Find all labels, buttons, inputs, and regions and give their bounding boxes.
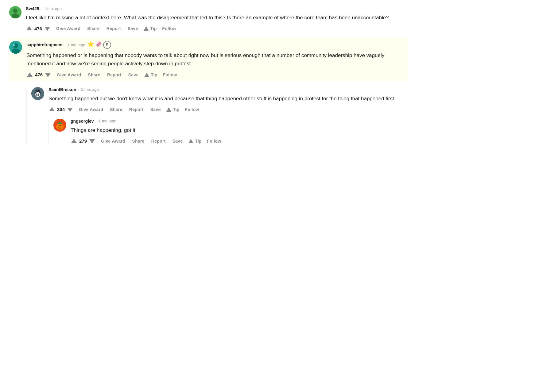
comment-actions: 476 Give Award Share Report Save Tip Fol…: [26, 72, 405, 78]
avatar: [53, 119, 66, 144]
comment-dot: ·: [78, 87, 79, 92]
comment-time: 1 mo. ago: [44, 6, 62, 11]
comment-author: SaiintBrisson: [48, 87, 76, 92]
upvote-arrow-icon: [27, 72, 33, 77]
give-award-button[interactable]: Give Award: [56, 72, 82, 78]
comment-sw429: Sw429 · 1 mo. ago I feel like I'm missin…: [9, 6, 408, 32]
upvote-button[interactable]: [26, 72, 33, 78]
comment-time: 1 mo. ago: [68, 43, 85, 47]
comment-dot: ·: [95, 119, 97, 123]
svg-point-1: [13, 9, 17, 13]
downvote-button[interactable]: [89, 138, 95, 144]
comment-badges: ⭐ 🦑 S: [87, 41, 111, 49]
downvote-button[interactable]: [44, 25, 51, 32]
save-button[interactable]: Save: [149, 106, 162, 113]
badge-3: S: [103, 41, 111, 49]
comment-saiint: SaiintBrisson · 1 mo. ago Something happ…: [31, 87, 408, 113]
tip-label: Tip: [150, 26, 157, 31]
follow-button[interactable]: Follow: [184, 106, 200, 113]
upvote-arrow-icon: [26, 26, 32, 30]
comment-header: gngeorgiev · 1 mo. ago: [71, 119, 408, 124]
follow-button[interactable]: Follow: [161, 72, 178, 78]
share-button[interactable]: Share: [109, 106, 123, 113]
comment-header: sapphirefragment · 1 mo. ago ⭐ 🦑 S: [26, 41, 405, 49]
comment-text: Things are happening, got it: [71, 126, 408, 134]
give-award-button[interactable]: Give Award: [55, 25, 82, 32]
badge-2: 🦑: [95, 41, 102, 49]
comment-text: Something happened but we don't know wha…: [48, 94, 408, 103]
comment-actions: 476 Give Award Share Report Save Tip Fol…: [26, 25, 408, 32]
tip-label: Tip: [151, 72, 157, 77]
comment-actions: 304 Give Award Share Report Save Tip Fol…: [48, 106, 408, 113]
svg-point-6: [13, 44, 15, 46]
comment-author: Sw429: [26, 6, 39, 11]
svg-point-10: [35, 92, 40, 97]
svg-point-2: [12, 13, 19, 18]
report-button[interactable]: Report: [150, 138, 167, 144]
comment-author: sapphirefragment: [26, 42, 63, 47]
comment-content: Sw429 · 1 mo. ago I feel like I'm missin…: [26, 6, 408, 32]
report-button[interactable]: Report: [128, 106, 145, 113]
give-award-button[interactable]: Give Award: [78, 106, 104, 113]
share-button[interactable]: Share: [131, 138, 145, 144]
avatar: [9, 6, 21, 18]
follow-button[interactable]: Follow: [161, 25, 177, 32]
avatar: [31, 87, 44, 113]
tip-button[interactable]: Tip: [166, 107, 180, 112]
report-button[interactable]: Report: [105, 25, 122, 32]
vote-count: 476: [34, 26, 42, 31]
share-button[interactable]: Share: [86, 25, 101, 32]
comment-actions: 279 Give Award Share Report Save Tip: [71, 138, 408, 144]
svg-point-14: [56, 124, 64, 130]
upvote-button[interactable]: [48, 106, 55, 113]
tip-label: Tip: [195, 139, 202, 144]
save-button[interactable]: Save: [127, 72, 140, 78]
svg-rect-18: [59, 122, 61, 124]
vote-area: 304: [48, 106, 73, 113]
comment-header: Sw429 · 1 mo. ago: [26, 6, 408, 11]
comment-content: SaiintBrisson · 1 mo. ago Something happ…: [48, 87, 408, 113]
vote-count: 304: [57, 107, 65, 112]
vote-area: 476: [26, 25, 51, 32]
downvote-arrow-icon: [45, 73, 51, 77]
vote-count: 279: [79, 138, 87, 144]
comment-time: 1 mo. ago: [99, 119, 116, 123]
upvote-arrow-icon: [49, 107, 55, 111]
tip-icon: [144, 73, 149, 77]
downvote-arrow-icon: [45, 27, 50, 31]
tip-icon: [166, 107, 171, 112]
comment-header: SaiintBrisson · 1 mo. ago: [48, 87, 408, 92]
comment-content: gngeorgiev · 1 mo. ago Things are happen…: [71, 119, 408, 144]
share-button[interactable]: Share: [87, 72, 101, 78]
report-button[interactable]: Report: [106, 72, 123, 78]
svg-point-12: [38, 94, 39, 95]
upvote-button[interactable]: [71, 138, 77, 144]
tip-button[interactable]: Tip: [144, 72, 157, 77]
save-button[interactable]: Save: [171, 138, 184, 144]
comment-dot: ·: [64, 43, 66, 47]
downvote-button[interactable]: [45, 72, 51, 78]
upvote-arrow-icon: [71, 139, 77, 143]
upvote-button[interactable]: [26, 25, 33, 32]
comment-time: 1 mo. ago: [81, 87, 99, 92]
downvote-arrow-icon: [89, 139, 95, 144]
nested-comment-saiint: SaiintBrisson · 1 mo. ago Something happ…: [26, 87, 408, 144]
save-button[interactable]: Save: [126, 25, 139, 32]
tip-icon: [188, 139, 193, 143]
tip-button[interactable]: Tip: [144, 26, 157, 31]
avatar: [9, 41, 22, 78]
comment-content: sapphirefragment · 1 mo. ago ⭐ 🦑 S Somet…: [26, 41, 405, 78]
highlighted-comment-wrapper: sapphirefragment · 1 mo. ago ⭐ 🦑 S Somet…: [9, 38, 408, 81]
give-award-button[interactable]: Give Award: [100, 138, 126, 144]
comment-dot: ·: [41, 6, 42, 11]
badge-1: ⭐: [87, 41, 94, 49]
downvote-button[interactable]: [67, 106, 73, 113]
nested-comment-gng: gngeorgiev · 1 mo. ago Things are happen…: [48, 119, 408, 144]
tip-button[interactable]: Tip: [188, 139, 202, 144]
follow-button[interactable]: Follow: [206, 138, 222, 144]
vote-count: 476: [35, 72, 43, 77]
comment-text: Something happened or is happening that …: [26, 51, 405, 68]
vote-area: 476: [26, 72, 51, 78]
vote-area: 279: [71, 138, 95, 144]
svg-point-11: [36, 94, 37, 95]
